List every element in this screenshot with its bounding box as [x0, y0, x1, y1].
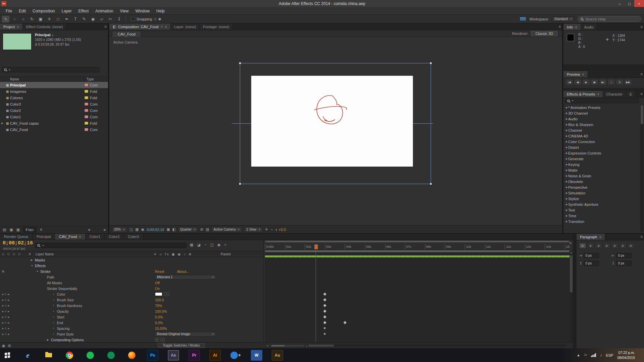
- safe-guides-icon[interactable]: ◫: [129, 227, 133, 232]
- menu-item[interactable]: Window: [132, 9, 153, 13]
- disclosure-triangle-icon[interactable]: ▶: [564, 146, 568, 149]
- keyframe-navigator[interactable]: ◀◇▶: [2, 304, 9, 307]
- fx-badge-icon[interactable]: fx: [2, 270, 4, 273]
- label-color-chip[interactable]: [85, 109, 88, 112]
- menu-item[interactable]: Composition: [30, 9, 58, 13]
- project-item-row[interactable]: ▶ ▦ Imagenes Fold: [0, 88, 108, 95]
- effects-category[interactable]: ▶ Keying: [564, 162, 640, 167]
- eraser-tool-icon[interactable]: ▱: [98, 16, 105, 22]
- keyframe-navigator[interactable]: ◀◇▶: [2, 315, 9, 318]
- tab-audio[interactable]: Audio: [581, 24, 597, 30]
- last-frame-button[interactable]: ▶|: [599, 79, 607, 85]
- property-row[interactable]: ◀◇▶ fx ◔ Compositing Options ▼ = +−: [0, 337, 263, 342]
- effects-category[interactable]: ▶ Perspective: [564, 184, 640, 190]
- puppet-pin-tool-icon[interactable]: ↧: [115, 16, 123, 22]
- timeline-horizontal-scrollbar[interactable]: [307, 344, 566, 347]
- disclosure-triangle-icon[interactable]: ▶: [564, 106, 568, 109]
- keyframe-navigator[interactable]: ◀◇▶: [2, 333, 9, 336]
- hide-shy-layers-icon[interactable]: ◔: [204, 243, 207, 247]
- start-button[interactable]: [1, 350, 13, 361]
- view-layout-select[interactable]: 1 View▼: [244, 227, 263, 232]
- property-row[interactable]: ◀◇▶ fx ◔ End 0.0%▼ 0.0% = +−: [0, 320, 263, 325]
- comp-subtab[interactable]: CAV_Food: [112, 31, 141, 37]
- renderer-button[interactable]: Classic 3D: [531, 31, 557, 36]
- view-select[interactable]: Active Camera▼: [212, 227, 242, 232]
- project-item-row[interactable]: ▶ ▦ CAV_Food Com: [0, 126, 108, 133]
- grid-icon[interactable]: ▦: [135, 227, 139, 232]
- new-composition-icon[interactable]: ▦: [16, 228, 20, 232]
- disclosure-triangle-icon[interactable]: ▶: [564, 209, 568, 212]
- clone-stamp-tool-icon[interactable]: ◉: [89, 16, 97, 22]
- brush-tool-icon[interactable]: ✎: [80, 16, 88, 22]
- show-desktop-button[interactable]: [639, 348, 641, 362]
- tab-character[interactable]: Character: [603, 91, 626, 97]
- disclosure-triangle-icon[interactable]: ▶: [564, 123, 568, 126]
- tab-layer[interactable]: Layer: (none): [171, 23, 200, 30]
- file-explorer-icon[interactable]: [43, 350, 54, 361]
- magnification-select[interactable]: 25%▼: [112, 227, 127, 232]
- parent-column[interactable]: Parent: [221, 252, 230, 256]
- toggle-modes-icon[interactable]: ⊞: [8, 344, 11, 348]
- scroll-left-icon[interactable]: ◀: [88, 228, 90, 231]
- disclosure-triangle-icon[interactable]: ▶: [564, 203, 568, 206]
- volume-icon[interactable]: ♪: [600, 353, 602, 357]
- play-button[interactable]: ▶: [582, 79, 590, 85]
- keyframe-marker[interactable]: [343, 321, 346, 324]
- premiere-icon[interactable]: Pr: [189, 350, 200, 361]
- menu-item[interactable]: View: [117, 9, 132, 13]
- composition-frame[interactable]: [251, 76, 413, 167]
- timeline-tab[interactable]: Render Queue: [0, 234, 33, 240]
- reset-link[interactable]: Reset: [155, 269, 164, 274]
- timeline-tracks[interactable]: [265, 253, 570, 342]
- motion-blur-icon[interactable]: ◉: [217, 243, 221, 247]
- stopwatch-icon[interactable]: ◔: [52, 315, 54, 319]
- maximize-button[interactable]: □: [625, 0, 634, 7]
- effects-category[interactable]: ▶ Channel: [564, 127, 640, 133]
- disclosure-triangle-icon[interactable]: ▶: [564, 129, 568, 132]
- first-frame-button[interactable]: |◀: [566, 79, 573, 85]
- snap-option-icon[interactable]: ◇: [154, 17, 157, 21]
- label-color-chip[interactable]: [85, 103, 88, 106]
- effects-category[interactable]: ▶ Text: [564, 207, 640, 213]
- property-value[interactable]: On: [155, 287, 160, 291]
- tab-effects-presets[interactable]: Effects & Presets×: [564, 91, 603, 97]
- stopwatch-icon[interactable]: ◔: [52, 304, 54, 307]
- hand-tool-icon[interactable]: ☜: [11, 16, 18, 22]
- current-timecode[interactable]: 0;00;02;16: [3, 240, 33, 246]
- pen-tool-icon[interactable]: ✒: [63, 16, 70, 22]
- internet-explorer-icon[interactable]: e: [22, 350, 34, 361]
- pixel-aspect-icon[interactable]: ✛: [265, 227, 268, 232]
- disclosure-triangle-icon[interactable]: ▶: [564, 197, 568, 200]
- effects-category[interactable]: ▶ Matte: [564, 167, 640, 173]
- panel-menu-icon[interactable]: ≡: [641, 92, 643, 96]
- sync-settings-icon[interactable]: [520, 17, 526, 21]
- tab-preview[interactable]: Preview×: [564, 71, 588, 77]
- region-of-interest-icon[interactable]: ⊞: [200, 227, 203, 232]
- property-row[interactable]: ◀◇▶ fx ◔ Color ▼ = +−: [0, 291, 263, 297]
- project-item-row[interactable]: ▶ ▦ Principal Com: [0, 82, 108, 88]
- remove-option-button[interactable]: −: [161, 338, 165, 342]
- minimize-button[interactable]: –: [615, 0, 625, 7]
- photoshop-icon[interactable]: Ps: [147, 350, 158, 361]
- effects-search[interactable]: ▼: [565, 98, 639, 103]
- type-tool-icon[interactable]: T: [72, 16, 79, 22]
- toggle-switches-modes-button[interactable]: Toggle Switches / Modes: [158, 343, 205, 348]
- project-item-row[interactable]: ▶ ▦ Color3 Com: [0, 101, 108, 107]
- panel-menu-icon[interactable]: ≡: [570, 241, 572, 245]
- disclosure-triangle-icon[interactable]: ▶: [564, 186, 568, 189]
- effects-category[interactable]: ▶ Noise & Grain: [564, 173, 640, 179]
- align-left-button[interactable]: [579, 243, 586, 248]
- justify-all-button[interactable]: [628, 243, 634, 248]
- keyframe-marker[interactable]: [323, 293, 327, 296]
- stopwatch-icon[interactable]: ◔: [52, 333, 54, 336]
- property-row[interactable]: ◀◇▶ fx ◔ Brush Size 100.0▼ 100.0 = +−: [0, 297, 263, 303]
- snap-option-icon[interactable]: ◆: [158, 17, 161, 21]
- help-search-input[interactable]: [585, 17, 638, 21]
- effects-category[interactable]: ▶ Time: [564, 213, 640, 219]
- expression-toggle-icon[interactable]: =: [164, 292, 169, 296]
- property-row[interactable]: ◀◇▶ fx ◔ Masks ▼ = +−: [0, 257, 263, 263]
- transform-handle[interactable]: [430, 62, 432, 64]
- prev-frame-button[interactable]: ◀|: [574, 79, 582, 85]
- property-value[interactable]: 79%: [155, 304, 162, 308]
- menu-item[interactable]: Edit: [16, 9, 29, 13]
